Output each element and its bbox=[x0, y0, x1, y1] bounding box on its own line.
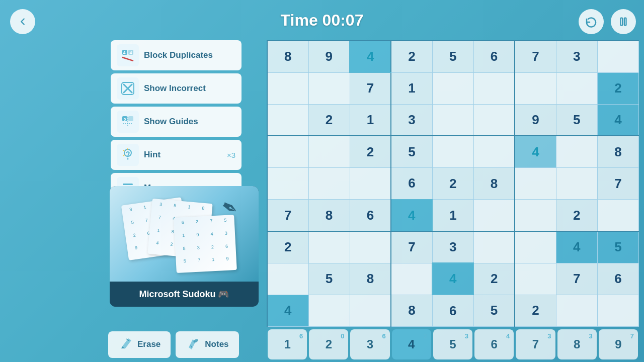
grid-cell[interactable]: 2 bbox=[267, 231, 308, 263]
grid-cell[interactable] bbox=[350, 168, 391, 200]
grid-cell[interactable] bbox=[597, 200, 638, 231]
grid-cell[interactable]: 7 bbox=[350, 72, 391, 104]
grid-cell[interactable] bbox=[556, 168, 597, 200]
grid-cell[interactable]: 1 bbox=[391, 72, 432, 104]
grid-cell[interactable] bbox=[267, 104, 308, 136]
number-btn-3[interactable]: 36 bbox=[350, 329, 389, 359]
grid-cell[interactable] bbox=[473, 200, 515, 231]
grid-cell[interactable]: 6 bbox=[391, 168, 432, 200]
grid-cell[interactable] bbox=[556, 72, 597, 104]
show-guides-button[interactable]: 5 Show Guides bbox=[111, 107, 242, 137]
grid-cell[interactable]: 4 bbox=[350, 41, 391, 72]
grid-cell[interactable]: 4 bbox=[391, 200, 432, 231]
grid-cell[interactable]: 8 bbox=[308, 200, 350, 231]
grid-cell[interactable]: 8 bbox=[350, 263, 391, 295]
notes-button[interactable]: Notes bbox=[176, 331, 238, 358]
grid-cell[interactable]: 1 bbox=[350, 104, 391, 136]
grid-cell[interactable]: 4 bbox=[515, 136, 556, 167]
grid-cell[interactable]: 5 bbox=[391, 136, 432, 167]
grid-cell[interactable] bbox=[597, 41, 638, 72]
grid-cell[interactable]: 5 bbox=[597, 231, 638, 263]
grid-cell[interactable] bbox=[515, 72, 556, 104]
grid-cell[interactable] bbox=[473, 104, 515, 136]
grid-cell[interactable] bbox=[267, 168, 308, 200]
grid-cell[interactable]: 2 bbox=[350, 136, 391, 167]
show-incorrect-button[interactable]: Show Incorrect bbox=[111, 73, 242, 104]
erase-button[interactable]: Erase bbox=[108, 331, 171, 358]
grid-cell[interactable] bbox=[350, 295, 391, 326]
number-btn-1[interactable]: 16 bbox=[268, 329, 307, 359]
grid-cell[interactable]: 8 bbox=[267, 41, 308, 72]
grid-cell[interactable] bbox=[515, 263, 556, 295]
grid-cell[interactable]: 5 bbox=[308, 263, 350, 295]
grid-cell[interactable]: 7 bbox=[515, 41, 556, 72]
grid-cell[interactable]: 8 bbox=[473, 168, 515, 200]
grid-cell[interactable]: 7 bbox=[597, 168, 638, 200]
grid-cell[interactable] bbox=[556, 136, 597, 167]
grid-cell[interactable] bbox=[597, 295, 638, 326]
grid-cell[interactable] bbox=[308, 295, 350, 326]
number-btn-7[interactable]: 73 bbox=[516, 329, 555, 359]
grid-cell[interactable]: 1 bbox=[432, 200, 473, 231]
number-btn-2[interactable]: 20 bbox=[309, 329, 348, 359]
grid-cell[interactable] bbox=[515, 231, 556, 263]
grid-cell[interactable] bbox=[308, 72, 350, 104]
grid-cell[interactable] bbox=[267, 72, 308, 104]
grid-cell[interactable] bbox=[473, 231, 515, 263]
grid-cell[interactable] bbox=[308, 136, 350, 167]
grid-cell[interactable]: 8 bbox=[391, 295, 432, 326]
grid-cell[interactable]: 9 bbox=[308, 41, 350, 72]
grid-cell[interactable] bbox=[432, 136, 473, 167]
number-btn-5[interactable]: 53 bbox=[433, 329, 472, 359]
grid-cell[interactable] bbox=[515, 200, 556, 231]
grid-cell[interactable]: 7 bbox=[556, 263, 597, 295]
grid-cell[interactable]: 6 bbox=[597, 263, 638, 295]
grid-cell[interactable]: 3 bbox=[556, 41, 597, 72]
grid-cell[interactable] bbox=[515, 168, 556, 200]
grid-cell[interactable]: 4 bbox=[267, 295, 308, 326]
grid-cell[interactable]: 6 bbox=[432, 295, 473, 326]
grid-cell[interactable] bbox=[267, 136, 308, 167]
grid-cell[interactable]: 5 bbox=[556, 104, 597, 136]
grid-cell[interactable] bbox=[473, 136, 515, 167]
grid-cell[interactable]: 7 bbox=[267, 200, 308, 231]
grid-cell[interactable] bbox=[308, 231, 350, 263]
grid-cell[interactable]: 9 bbox=[515, 104, 556, 136]
grid-cell[interactable]: 2 bbox=[597, 72, 638, 104]
grid-cell[interactable] bbox=[432, 104, 473, 136]
grid-cell[interactable]: 4 bbox=[432, 263, 473, 295]
number-btn-4[interactable]: 42 bbox=[392, 329, 431, 359]
grid-cell[interactable] bbox=[556, 295, 597, 326]
grid-cell[interactable] bbox=[267, 263, 308, 295]
grid-cell[interactable] bbox=[350, 231, 391, 263]
grid-cell[interactable]: 3 bbox=[391, 104, 432, 136]
number-btn-8[interactable]: 83 bbox=[557, 329, 597, 359]
number-btn-9[interactable]: 97 bbox=[599, 329, 638, 359]
grid-cell[interactable]: 2 bbox=[515, 295, 556, 326]
grid-cell[interactable]: 6 bbox=[350, 200, 391, 231]
grid-cell[interactable]: 7 bbox=[391, 231, 432, 263]
undo-button[interactable] bbox=[579, 9, 604, 34]
grid-cell[interactable]: 2 bbox=[308, 104, 350, 136]
grid-cell[interactable] bbox=[391, 263, 432, 295]
grid-cell[interactable]: 2 bbox=[432, 168, 473, 200]
grid-cell[interactable]: 3 bbox=[432, 231, 473, 263]
block-duplicates-button[interactable]: 4 4 Block Duplicates bbox=[111, 40, 242, 70]
grid-cell[interactable] bbox=[432, 72, 473, 104]
grid-cell[interactable]: 5 bbox=[473, 295, 515, 326]
grid-cell[interactable]: 2 bbox=[473, 263, 515, 295]
grid-cell[interactable] bbox=[308, 168, 350, 200]
pause-button[interactable] bbox=[611, 9, 636, 34]
grid-cell[interactable]: 2 bbox=[556, 200, 597, 231]
number-btn-6[interactable]: 64 bbox=[474, 329, 514, 359]
hint-button[interactable]: Hint ×3 bbox=[111, 140, 242, 170]
grid-cell[interactable]: 4 bbox=[597, 104, 638, 136]
svg-rect-1 bbox=[624, 18, 626, 26]
grid-cell[interactable]: 4 bbox=[556, 231, 597, 263]
grid-cell[interactable]: 5 bbox=[432, 41, 473, 72]
grid-cell[interactable]: 6 bbox=[473, 41, 515, 72]
grid-cell[interactable] bbox=[473, 72, 515, 104]
grid-cell[interactable]: 2 bbox=[391, 41, 432, 72]
grid-cell[interactable]: 8 bbox=[597, 136, 638, 167]
svg-rect-20 bbox=[123, 184, 133, 185]
